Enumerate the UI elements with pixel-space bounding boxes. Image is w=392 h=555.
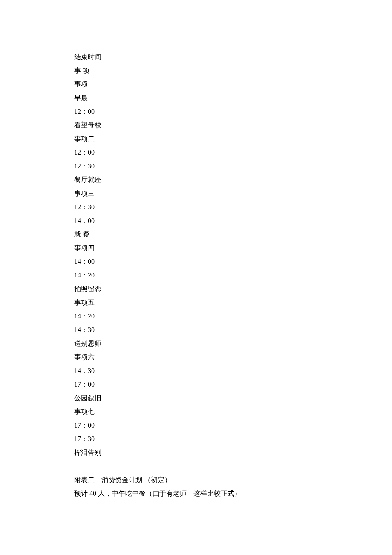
item-label: 事项六 bbox=[74, 350, 392, 364]
item-desc: 就 餐 bbox=[74, 228, 392, 241]
item-label: 事项三 bbox=[74, 187, 392, 200]
appendix-title: 附表二：消费资金计划 （初定） bbox=[74, 473, 392, 487]
item-start: 17：00 bbox=[74, 419, 392, 432]
item-start: 12：00 bbox=[74, 146, 392, 159]
item-end: 14：20 bbox=[74, 269, 392, 282]
end-time-label: 结束时间 bbox=[74, 50, 392, 64]
item-header-label: 事 项 bbox=[74, 64, 392, 78]
item-desc: 挥泪告别 bbox=[74, 446, 392, 460]
item-end: 17：30 bbox=[74, 432, 392, 446]
item-end: 12：30 bbox=[74, 159, 392, 173]
item-label: 事项四 bbox=[74, 241, 392, 255]
item-desc: 看望母校 bbox=[74, 119, 392, 132]
item-label: 事项五 bbox=[74, 296, 392, 309]
text: 餐 bbox=[83, 231, 89, 238]
item-label: 事项七 bbox=[74, 405, 392, 419]
appendix-note: 预计 40 人，中午吃中餐（由于有老师，这样比较正式） bbox=[74, 487, 392, 500]
item-end: 14：30 bbox=[74, 323, 392, 337]
item-desc: 拍照留恋 bbox=[74, 282, 392, 296]
item-end: 14：00 bbox=[74, 214, 392, 228]
item-desc: 公园叙旧 bbox=[74, 391, 392, 405]
text: 就 bbox=[74, 231, 81, 238]
item-end: 12：00 bbox=[74, 105, 392, 119]
item-end: 17：00 bbox=[74, 378, 392, 391]
item-start: 14：20 bbox=[74, 309, 392, 323]
item-start: 12：30 bbox=[74, 200, 392, 214]
item-label: 事项一 bbox=[74, 78, 392, 91]
text: 事 bbox=[74, 67, 81, 74]
item-start: 早晨 bbox=[74, 91, 392, 105]
item-start: 14：30 bbox=[74, 364, 392, 378]
item-label: 事项二 bbox=[74, 132, 392, 146]
item-desc: 餐厅就座 bbox=[74, 173, 392, 187]
text: 项 bbox=[83, 67, 89, 74]
item-start: 14：00 bbox=[74, 255, 392, 269]
document-body: 结束时间 事 项 事项一 早晨 12：00 看望母校 事项二 12：00 12：… bbox=[74, 50, 392, 500]
item-desc: 送别恩师 bbox=[74, 337, 392, 350]
